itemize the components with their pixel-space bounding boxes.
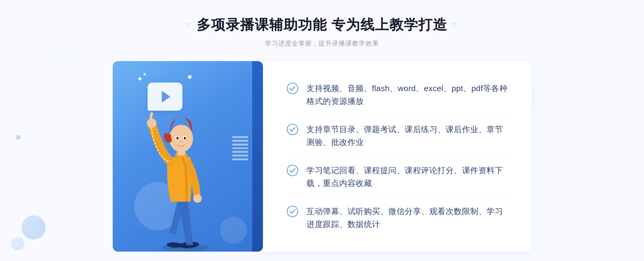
blue-bar-decoration [252,61,263,252]
deco-circle-bottom-left [21,215,46,240]
stripe-4 [232,147,248,149]
feature-text-4: 互动弹幕、试听购买、微信分享、观看次数限制、学习进度跟踪、数据统计 [306,205,510,231]
check-icon-4 [287,206,298,217]
feature-item-3: 学习笔记回看、课程提问、课程评论打分、课件资料下载，重点内容收藏 [287,156,510,197]
page-container: » ∷ 多项录播课辅助功能 专为线上教学打造 ∷ 学习进度全掌握，提升录播课教学… [0,0,644,261]
title-dots-left: ∷ [187,21,191,28]
sparkle-1 [138,77,141,80]
deco-circle-bottom-left2 [11,237,24,250]
stripe-5 [232,151,248,153]
check-icon-1 [287,83,298,94]
feature-text-2: 支持章节目录、弹题考试、课后练习、课后作业、章节测验、批改作业 [306,123,510,149]
content-area: 支持视频、音频、flash、word、excel、ppt、pdf等各种格式的资源… [113,61,531,252]
feature-text-3: 学习笔记回看、课程提问、课程评论打分、课件资料下载，重点内容收藏 [306,164,510,190]
feature-item-1: 支持视频、音频、flash、word、excel、ppt、pdf等各种格式的资源… [287,74,510,115]
sparkle-3 [188,75,192,79]
features-panel: 支持视频、音频、flash、word、excel、ppt、pdf等各种格式的资源… [262,61,531,252]
svg-point-6 [169,125,193,152]
person-illustration [144,104,224,252]
svg-point-8 [177,137,179,140]
svg-point-4 [193,194,202,203]
page-subtitle: 学习进度全掌握，提升录播课教学效果 [187,39,457,48]
check-icon-2 [287,124,298,135]
stripe-6 [232,155,248,156]
feature-item-2: 支持章节目录、弹题考试、课后练习、课后作业、章节测验、批改作业 [287,115,510,156]
svg-point-14 [287,206,298,217]
feature-item-4: 互动弹幕、试听购买、微信分享、观看次数限制、学习进度跟踪、数据统计 [287,197,510,238]
sparkle-2 [144,73,146,75]
dot-pattern-left [48,42,80,74]
title-dots-right: ∷ [453,21,457,28]
stripe-7 [232,158,248,160]
play-icon [162,91,170,103]
illustration-card [113,61,263,252]
feature-text-1: 支持视频、音频、flash、word、excel、ppt、pdf等各种格式的资源… [306,82,510,108]
dot-pattern-right [529,88,550,110]
check-icon-3 [287,165,298,176]
chevron-left-icon: » [16,131,21,143]
svg-point-13 [287,165,298,176]
title-row: ∷ 多项录播课辅助功能 专为线上教学打造 ∷ [187,16,457,34]
stripe-2 [232,140,248,142]
stripe-1 [232,136,248,138]
stripe-decoration [232,136,248,160]
stripe-3 [232,144,248,146]
page-title: 多项录播课辅助功能 专为线上教学打造 [197,16,447,34]
svg-point-12 [287,124,298,135]
header-section: ∷ 多项录播课辅助功能 专为线上教学打造 ∷ 学习进度全掌握，提升录播课教学效果 [187,0,457,48]
deco-circle-medium [220,217,247,244]
svg-point-11 [287,83,298,94]
svg-point-10 [184,137,186,140]
